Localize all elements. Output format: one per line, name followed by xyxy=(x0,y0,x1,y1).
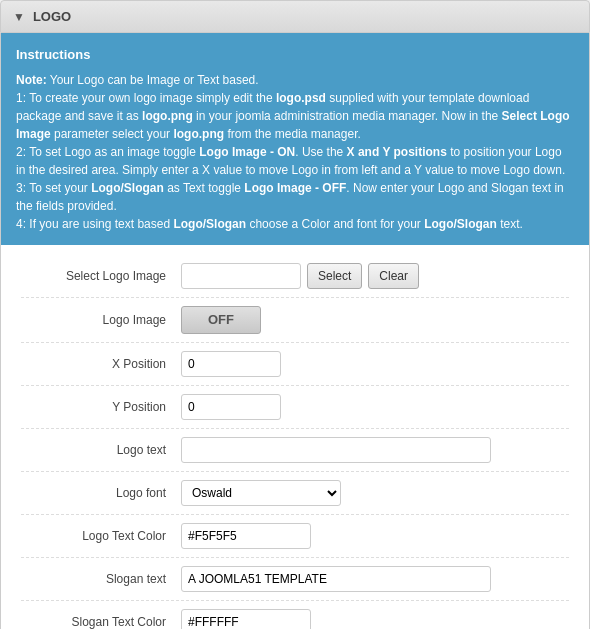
logo-text-color-input[interactable] xyxy=(181,523,311,549)
logo-text-row: Logo text xyxy=(21,429,569,472)
instructions-line2: 1: To create your own logo image simply … xyxy=(16,89,574,143)
logo-font-row: Logo font Oswald Arial Verdana Georgia T… xyxy=(21,472,569,515)
logo-image-label: Logo Image xyxy=(21,313,181,327)
collapse-arrow-icon: ▼ xyxy=(13,10,25,24)
section-body: Instructions Note: Your Logo can be Imag… xyxy=(0,33,590,629)
logo-text-color-label: Logo Text Color xyxy=(21,529,181,543)
select-logo-image-input[interactable] xyxy=(181,263,301,289)
x-position-input[interactable] xyxy=(181,351,281,377)
logo-text-color-row: Logo Text Color xyxy=(21,515,569,558)
y-position-label: Y Position xyxy=(21,400,181,414)
instructions-line3: 2: To set Logo as an image toggle Logo I… xyxy=(16,143,574,179)
form-area: Select Logo Image Select Clear Logo Imag… xyxy=(1,245,589,630)
slogan-text-color-input[interactable] xyxy=(181,609,311,630)
y-position-input[interactable] xyxy=(181,394,281,420)
slogan-text-color-row: Slogan Text Color xyxy=(21,601,569,630)
select-logo-image-clear-button[interactable]: Clear xyxy=(368,263,419,289)
instructions-title: Instructions xyxy=(16,45,574,65)
logo-image-controls: OFF xyxy=(181,306,569,334)
logo-text-input[interactable] xyxy=(181,437,491,463)
section-header: ▼ LOGO xyxy=(0,0,590,33)
slogan-text-controls xyxy=(181,566,569,592)
slogan-text-color-controls xyxy=(181,609,569,630)
instructions-line1: Note: Your Logo can be Image or Text bas… xyxy=(16,71,574,89)
logo-font-label: Logo font xyxy=(21,486,181,500)
x-position-label: X Position xyxy=(21,357,181,371)
logo-section: ▼ LOGO Instructions Note: Your Logo can … xyxy=(0,0,590,629)
select-logo-image-controls: Select Clear xyxy=(181,263,569,289)
select-logo-image-row: Select Logo Image Select Clear xyxy=(21,255,569,298)
logo-text-controls xyxy=(181,437,569,463)
select-logo-image-label: Select Logo Image xyxy=(21,269,181,283)
section-title: LOGO xyxy=(33,9,71,24)
logo-text-label: Logo text xyxy=(21,443,181,457)
instructions-line4: 3: To set your Logo/Slogan as Text toggl… xyxy=(16,179,574,215)
logo-font-select[interactable]: Oswald Arial Verdana Georgia Times New R… xyxy=(181,480,341,506)
instructions-box: Instructions Note: Your Logo can be Imag… xyxy=(1,33,589,245)
logo-text-color-controls xyxy=(181,523,569,549)
logo-image-toggle[interactable]: OFF xyxy=(181,306,261,334)
x-position-row: X Position xyxy=(21,343,569,386)
slogan-text-input[interactable] xyxy=(181,566,491,592)
y-position-controls xyxy=(181,394,569,420)
logo-font-controls: Oswald Arial Verdana Georgia Times New R… xyxy=(181,480,569,506)
y-position-row: Y Position xyxy=(21,386,569,429)
instructions-line5: 4: If you are using text based Logo/Slog… xyxy=(16,215,574,233)
slogan-text-label: Slogan text xyxy=(21,572,181,586)
slogan-text-color-label: Slogan Text Color xyxy=(21,615,181,629)
select-logo-image-select-button[interactable]: Select xyxy=(307,263,362,289)
x-position-controls xyxy=(181,351,569,377)
slogan-text-row: Slogan text xyxy=(21,558,569,601)
logo-image-row: Logo Image OFF xyxy=(21,298,569,343)
